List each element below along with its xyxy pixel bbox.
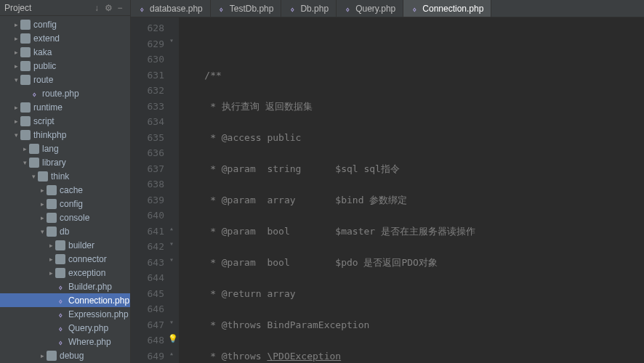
line-number[interactable]: 643 [131, 255, 164, 271]
line-number[interactable]: 638 [131, 176, 164, 192]
arrow-icon[interactable]: ▸ [12, 62, 20, 70]
collapse-icon[interactable]: ↓ [91, 2, 102, 14]
line-number[interactable]: 640 [131, 208, 164, 224]
tree-node[interactable]: ▸debug [0, 348, 130, 362]
line-number[interactable]: 631 [131, 68, 164, 83]
tree-node[interactable]: ⬨Builder.php [0, 280, 130, 293]
arrow-icon[interactable]: ▸ [12, 21, 20, 28]
link-pdoexception[interactable]: \PDOException [267, 351, 341, 362]
arrow-icon[interactable]: ▸ [12, 49, 20, 56]
tree-node[interactable]: ▸extend [0, 31, 130, 45]
fold-icon[interactable]: ▾ [169, 318, 174, 326]
tree-label: kaka [33, 47, 52, 57]
folder-icon [47, 227, 57, 237]
tree-node[interactable]: ⬨route.php [0, 86, 130, 100]
tree-node[interactable]: ▸public [0, 59, 130, 73]
line-number[interactable]: 629 [131, 36, 164, 52]
php-icon: ⬨ [409, 4, 419, 14]
folder-icon [55, 254, 65, 264]
line-number[interactable]: 649 [131, 348, 164, 364]
tree-node[interactable]: ▾library [0, 155, 130, 169]
gear-icon[interactable]: ⚙ [102, 2, 114, 14]
tree-node[interactable]: ▸config [0, 197, 130, 211]
tree-node[interactable]: ⬨Connection.php [0, 293, 130, 307]
editor-tab[interactable]: ⬨database.php [131, 0, 211, 17]
line-number[interactable]: 647 [131, 317, 164, 333]
tree-node[interactable]: ⬨Where.php [0, 335, 130, 348]
bulb-icon[interactable]: 💡 [168, 334, 178, 343]
project-tree[interactable]: ▸config▸extend▸kaka▸public▾route⬨route.p… [0, 16, 130, 363]
line-number[interactable]: 637 [131, 161, 164, 177]
arrow-icon[interactable]: ▸ [47, 242, 55, 249]
tree-node[interactable]: ▸kaka [0, 45, 130, 59]
tree-node[interactable]: ▾think [0, 169, 130, 183]
tab-label: Connection.php [422, 4, 483, 14]
line-number[interactable]: 630 [131, 52, 164, 68]
tree-label: Connection.php [68, 295, 129, 306]
arrow-icon[interactable]: ▾ [38, 228, 47, 235]
hide-icon[interactable]: − [114, 2, 126, 14]
arrow-icon[interactable]: ▸ [47, 256, 55, 263]
arrow-icon[interactable]: ▸ [38, 200, 47, 208]
tree-node[interactable]: ▸runtime [0, 100, 130, 114]
line-number[interactable]: 641 [131, 224, 164, 240]
tree-node[interactable]: ⬨Expression.php [0, 307, 130, 321]
tree-node[interactable]: ▸builder [0, 238, 130, 252]
tree-label: extend [33, 33, 60, 44]
tree-node[interactable]: ▸config [0, 17, 130, 31]
line-number[interactable]: 639 [131, 192, 164, 208]
arrow-icon[interactable]: ▾ [20, 159, 29, 166]
folder-icon [47, 213, 57, 223]
fold-icon[interactable]: ▴ [169, 349, 174, 357]
line-number[interactable]: 645 [131, 286, 164, 302]
arrow-icon[interactable]: ▾ [12, 131, 20, 139]
tree-node[interactable]: ▸lang [0, 142, 130, 155]
line-number[interactable]: 636 [131, 145, 164, 161]
line-number[interactable]: 644 [131, 270, 164, 286]
tree-node[interactable]: ▸connector [0, 252, 130, 266]
line-number[interactable]: 634 [131, 114, 164, 130]
arrow-icon[interactable]: ▾ [12, 76, 20, 83]
arrow-icon[interactable]: ▾ [29, 173, 38, 180]
line-number[interactable]: 635 [131, 130, 164, 146]
arrow-icon[interactable]: ▸ [12, 104, 20, 111]
line-number[interactable]: 628 [131, 20, 164, 36]
tree-node[interactable]: ▾route [0, 73, 130, 86]
code-area[interactable]: /** * 执行查询 返回数据集 * @access public * @par… [179, 17, 644, 363]
arrow-icon[interactable]: ▸ [38, 187, 47, 194]
tree-node[interactable]: ▸exception [0, 266, 130, 280]
arrow-icon[interactable]: ▸ [38, 214, 47, 221]
tree-node[interactable]: ▸script [0, 114, 130, 128]
line-number[interactable]: 646 [131, 301, 164, 317]
arrow-icon[interactable]: ▸ [47, 269, 55, 277]
sidebar-header: Project ↓ ⚙ − [0, 0, 130, 16]
fold-icon[interactable]: ▾ [169, 256, 174, 264]
editor-tab[interactable]: ⬨Connection.php [403, 0, 491, 17]
fold-icon[interactable]: ▾ [169, 240, 174, 248]
line-number[interactable]: 642 [131, 239, 164, 255]
folder-icon [20, 20, 31, 30]
arrow-icon[interactable]: ▸ [38, 352, 47, 359]
tree-node[interactable]: ⬨Query.php [0, 321, 130, 335]
tree-node[interactable]: ▸cache [0, 183, 130, 197]
tree-label: config [60, 199, 83, 209]
fold-icon[interactable]: ▴ [169, 224, 174, 232]
tree-node[interactable]: ▸console [0, 211, 130, 224]
arrow-icon[interactable]: ▸ [12, 35, 20, 42]
line-number[interactable]: 632 [131, 83, 164, 99]
php-icon: ⬨ [55, 337, 65, 347]
tree-node[interactable]: ▾db [0, 224, 130, 238]
line-number[interactable]: 648 [131, 333, 164, 348]
sidebar-title[interactable]: Project [4, 3, 91, 13]
folder-icon [47, 199, 57, 209]
editor-tab[interactable]: ⬨Query.php [337, 0, 403, 17]
tree-label: connector [68, 254, 107, 264]
line-number[interactable]: 633 [131, 99, 164, 115]
arrow-icon[interactable]: ▸ [20, 145, 29, 152]
editor-tab[interactable]: ⬨TestDb.php [211, 0, 282, 17]
editor-tab[interactable]: ⬨Db.php [281, 0, 337, 17]
fold-icon[interactable]: ▾ [169, 36, 174, 44]
arrow-icon[interactable]: ▸ [12, 118, 20, 125]
php-icon: ⬨ [55, 309, 65, 319]
tree-node[interactable]: ▾thinkphp [0, 128, 130, 142]
